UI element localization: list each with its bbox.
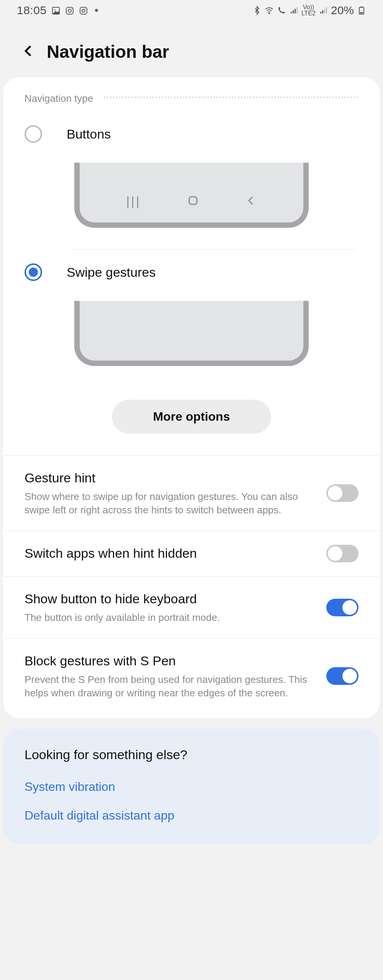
switch-block-spen[interactable] [326,667,358,685]
option-buttons-label: Buttons [67,127,111,142]
wifi-calling-icon [277,6,286,15]
preview-gestures [74,301,309,366]
status-time: 18:05 [17,4,47,17]
status-bar: 18:05 Vo))LTE2 20% [0,0,383,21]
volte-icon: Vo))LTE2 [301,4,316,16]
row-gesture-hint-desc: Show where to swipe up for navigation ge… [25,490,308,517]
home-icon [187,195,199,208]
related-settings-title: Looking for something else? [25,747,358,762]
picture-icon [51,6,61,15]
signal-2-icon [319,6,328,15]
row-gesture-hint-title: Gesture hint [25,469,316,487]
page-title: Navigation bar [47,41,169,62]
battery-icon [357,6,366,15]
link-default-assistant[interactable]: Default digital assistant app [25,808,358,823]
recents-icon: ||| [126,194,141,209]
bluetooth-icon [252,6,262,15]
back-button[interactable] [21,44,36,60]
preview-buttons: ||| [74,163,309,228]
back-icon [246,195,257,208]
row-block-spen-desc: Prevent the S Pen from being used for na… [25,673,308,700]
related-settings-panel: Looking for something else? System vibra… [3,729,380,844]
switch-gesture-hint[interactable] [326,484,358,502]
svg-rect-12 [189,197,197,204]
svg-point-7 [85,8,86,9]
link-system-vibration[interactable]: System vibration [25,780,358,794]
header: Navigation bar [0,21,383,77]
signal-1-icon [289,6,298,15]
row-switch-apps[interactable]: Switch apps when hint hidden [3,531,380,576]
svg-point-3 [68,9,71,12]
row-gesture-hint[interactable]: Gesture hint Show where to swipe up for … [3,455,380,531]
instagram-icon [65,6,74,15]
section-divider-dots [104,96,358,98]
svg-rect-5 [80,7,87,14]
row-hide-kb-desc: The button is only available in portrait… [25,611,308,624]
option-buttons[interactable]: Buttons ||| [3,111,380,249]
row-block-spen-title: Block gestures with S Pen [25,652,316,670]
row-hide-kb-title: Show button to hide keyboard [25,590,316,608]
option-swipe-gestures[interactable]: Swipe gestures [3,250,380,387]
svg-rect-11 [360,12,363,13]
more-options-button[interactable]: More options [112,400,272,434]
radio-swipe-gestures[interactable] [25,263,42,281]
settings-card: Navigation type Buttons ||| [3,77,380,718]
svg-point-6 [82,9,85,12]
row-switch-apps-title: Switch apps when hint hidden [25,545,316,562]
switch-switch-apps[interactable] [326,545,358,562]
svg-point-4 [71,8,72,9]
svg-rect-10 [360,7,363,8]
svg-point-1 [54,9,55,10]
option-swipe-gestures-label: Swipe gestures [67,265,155,280]
row-block-spen[interactable]: Block gestures with S Pen Prevent the S … [3,638,380,718]
switch-hide-kb[interactable] [326,599,358,616]
battery-pct: 20% [331,4,354,17]
more-notifications-icon [95,9,98,12]
wifi-icon [265,6,274,15]
instagram-icon [79,6,88,15]
radio-buttons[interactable] [25,125,42,143]
section-label-navtype: Navigation type [25,93,93,105]
svg-rect-2 [66,7,73,14]
row-hide-kb[interactable]: Show button to hide keyboard The button … [3,576,380,638]
svg-point-8 [269,13,270,14]
